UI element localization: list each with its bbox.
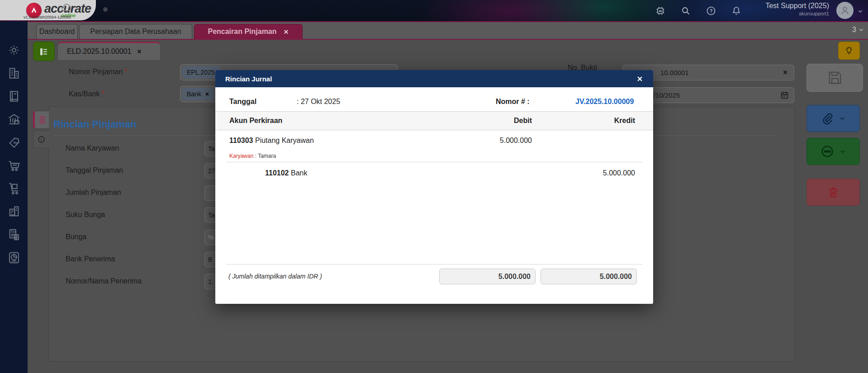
svg-text:Rp: Rp	[14, 141, 18, 145]
info-icon	[37, 135, 46, 144]
tax-icon[interactable]: TAX	[7, 227, 21, 242]
svg-text:AI: AI	[659, 9, 662, 13]
user-menu-chevron-icon[interactable]	[857, 8, 863, 14]
tab-label: Persiapan Data Perusahaan	[90, 28, 181, 36]
open-tabs-count: 3	[852, 26, 856, 34]
jumlah-pinjaman-label: Jumlah Pinjaman	[66, 189, 121, 197]
chip-remove-icon	[205, 92, 209, 96]
nama-karyawan-label: Nama Karyawan	[66, 144, 119, 152]
no-bukti-value: 10.00001	[660, 69, 689, 76]
calendar-icon[interactable]	[780, 90, 789, 100]
tab-dashboard[interactable]: Dashboard	[36, 24, 78, 39]
asset-icon[interactable]	[7, 204, 21, 219]
nomor-pinjaman-label: Nomor Pinjaman*	[69, 68, 127, 76]
help-icon[interactable]: ?	[706, 5, 716, 16]
tab-label: Pencairan Pinjaman	[208, 28, 276, 36]
required-asterisk: *	[124, 68, 127, 76]
account-code: 110102	[265, 169, 289, 177]
record-list-button[interactable]	[33, 42, 55, 61]
tag-label: Karyawan	[229, 153, 253, 159]
nomor-nama-penerima-label: Nomor/Nama Penerima	[66, 277, 142, 285]
trash-icon	[826, 185, 840, 199]
nomor-pinjaman-value: EPL.2025.	[187, 69, 216, 76]
column-debit: Debit	[441, 117, 532, 125]
nomor-pinjaman-chip[interactable]: EPL.2025.	[183, 66, 220, 78]
open-tabs-counter[interactable]: 3	[852, 26, 864, 34]
more-actions-button[interactable]	[806, 138, 860, 165]
kas-bank-chip[interactable]: Bank	[183, 88, 213, 100]
card-tab-info[interactable]	[33, 130, 49, 148]
ledger-icon[interactable]	[7, 89, 21, 104]
svg-text:TAX: TAX	[10, 230, 16, 233]
delete-button[interactable]	[806, 179, 860, 206]
document-tab[interactable]: ELD.2025.10.00001	[57, 42, 161, 61]
rincian-jurnal-modal: Rincian Jurnal Tanggal : 27 Okt 2025 Nom…	[215, 70, 653, 304]
kas-bank-value: Bank	[187, 90, 201, 98]
card-title: Rincian Pinjaman	[53, 118, 136, 130]
tab-persiapan-data-perusahaan[interactable]: Persiapan Data Perusahaan	[79, 24, 192, 39]
ai-assistant-icon[interactable]: AI	[655, 5, 666, 16]
total-kredit: 5.000.000	[541, 269, 637, 284]
svg-text:?: ?	[710, 9, 712, 14]
bank-penerima-label: Bank Penerima	[66, 255, 115, 263]
app-header: accurate online v1.0.0-test#20564-120550…	[0, 0, 868, 21]
journal-date-value: : 27 Okt 2025	[297, 98, 340, 106]
tab-close-icon[interactable]	[283, 29, 289, 35]
bank-icon[interactable]	[7, 112, 21, 127]
journal-number-label: Nomor # :	[496, 98, 530, 106]
document-tab-label: ELD.2025.10.00001	[67, 47, 131, 56]
journal-number-link[interactable]: JV.2025.10.00009	[575, 98, 634, 106]
chevron-down-icon	[839, 148, 846, 155]
user-name: Test Support (2025)	[765, 2, 829, 10]
journal-row-tag: Karyawan : Tamara	[229, 153, 276, 159]
price-tag-icon[interactable]: Rp	[7, 135, 21, 150]
header-dot-decoration	[103, 7, 108, 12]
search-icon[interactable]	[680, 5, 691, 16]
document-tab-close-icon[interactable]	[137, 49, 142, 54]
report-icon[interactable]	[7, 250, 21, 265]
footer-divider	[226, 264, 642, 264]
column-kredit: Kredit	[545, 117, 635, 125]
attachment-button[interactable]	[806, 105, 860, 132]
tips-lightbulb-button[interactable]	[838, 42, 860, 60]
user-handle: akunsupport1	[765, 11, 829, 16]
app-window: accurate online v1.0.0-test#20564-120550…	[0, 0, 868, 373]
suku-bunga-label: Suku Bunga	[66, 211, 105, 219]
required-asterisk: *	[101, 90, 104, 98]
tabbar-accent-line	[28, 39, 868, 40]
delivery-icon[interactable]	[7, 181, 21, 196]
clear-field-icon[interactable]	[783, 70, 788, 75]
currency-note: ( Jumlah ditampilkan dalam IDR )	[228, 273, 322, 280]
total-debit: 5.000.000	[439, 269, 536, 284]
tag-value: : Tamara	[253, 153, 276, 159]
row-divider	[226, 162, 642, 162]
chevron-down-icon	[858, 27, 864, 33]
card-tab-detail[interactable]	[33, 111, 49, 129]
ellipsis-circle-icon	[820, 144, 835, 159]
settings-icon[interactable]	[7, 43, 21, 57]
modal-header: Rincian Jurnal	[215, 70, 653, 87]
tab-label: Dashboard	[39, 28, 75, 36]
journal-date-label: Tanggal	[229, 98, 256, 106]
save-button[interactable]	[806, 64, 863, 92]
page-tabbar: Dashboard Persiapan Data Perusahaan Penc…	[28, 22, 868, 39]
document-icon	[38, 115, 47, 124]
modal-close-icon[interactable]	[636, 76, 643, 82]
tab-pencairan-pinjaman[interactable]: Pencairan Pinjaman	[194, 24, 303, 39]
paperclip-icon	[821, 112, 834, 125]
modal-title: Rincian Jurnal	[225, 75, 272, 83]
tanggal-pinjaman-label: Tanggal Pinjaman	[66, 166, 123, 175]
journal-table-header: Akun Perkiraan Debit Kredit	[215, 111, 653, 130]
user-info[interactable]: Test Support (2025) akunsupport1	[765, 2, 829, 16]
notifications-bell-icon[interactable]	[731, 5, 742, 16]
bunga-label: Bunga	[66, 233, 86, 241]
kas-bank-label: Kas/Bank*	[69, 90, 104, 98]
company-icon[interactable]	[7, 66, 21, 80]
account-code: 110303	[229, 137, 253, 144]
chevron-down-icon	[839, 115, 846, 122]
kredit-amount: 5.000.000	[545, 169, 635, 177]
app-version: v1.0.0-test#20564-120550	[24, 15, 71, 19]
column-account: Akun Perkiraan	[229, 117, 282, 125]
avatar[interactable]	[836, 2, 854, 19]
cart-icon[interactable]	[7, 158, 21, 173]
